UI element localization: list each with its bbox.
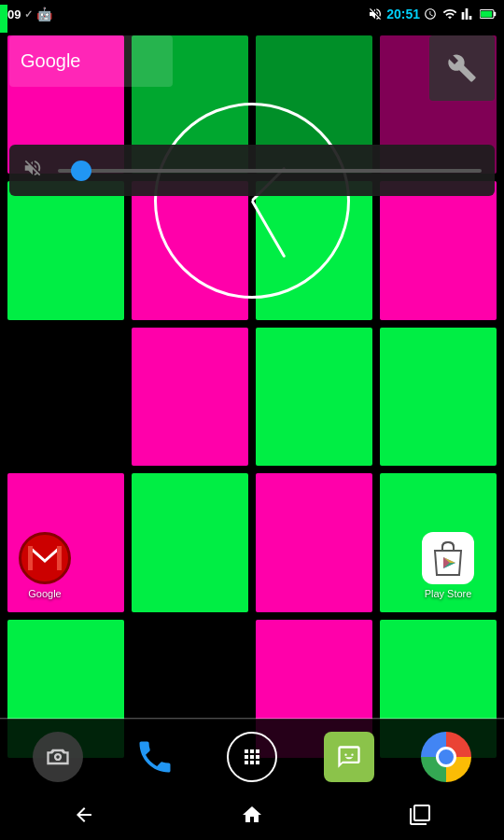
camera-icon [33,732,83,782]
playstore-icon [422,532,474,584]
wallpaper-cell [256,328,372,466]
chrome-dock-icon[interactable] [421,732,471,782]
playstore-app-icon[interactable]: Play Store [422,532,474,599]
clock-minute-hand [251,200,287,258]
messaging-svg [336,744,362,770]
playstore-logo [429,538,467,579]
google-icon [19,532,71,584]
dock [0,719,504,793]
bottom-nav-bar [0,793,504,840]
playstore-app-label: Play Store [425,588,472,599]
nav-recent-button[interactable] [390,796,450,837]
clock-face [154,103,350,299]
camera-dock-icon[interactable] [33,732,83,782]
chrome-inner-circle [436,747,456,767]
android-icon: 🤖 [36,7,52,21]
apps-grid-icon [227,732,277,782]
status-right: 20:51 [368,7,497,21]
alarm-icon [424,7,437,21]
gmail-logo [28,546,62,570]
google-logo: Google [21,50,81,72]
signal-icon [461,7,476,21]
apps-grid-svg [241,746,263,768]
svg-rect-4 [28,546,33,570]
chrome-icon [421,732,471,782]
volume-mute-icon [22,158,43,184]
wallpaper-cell [380,328,497,466]
nav-back-button[interactable] [54,796,114,837]
clock-widget [154,103,350,299]
google-search-bar[interactable]: Google [9,35,173,87]
mute-icon [368,7,383,21]
phone-dock-icon[interactable] [130,732,180,782]
svg-point-10 [344,753,346,755]
svg-rect-2 [494,12,496,17]
settings-button[interactable] [429,35,495,101]
wrench-icon [447,53,477,83]
phone-svg [134,736,175,777]
decorative-square [110,401,129,420]
volume-overlay[interactable] [9,145,495,196]
svg-point-11 [351,753,353,755]
status-time: 20:51 [386,7,420,21]
apps-grid-dock-icon[interactable] [227,732,277,782]
back-icon [73,804,95,826]
google-app-label: Google [28,588,61,599]
wifi-icon [442,7,457,21]
battery-icon [480,7,497,21]
wallpaper-cell [256,473,372,611]
home-icon [241,804,263,826]
wallpaper-cell [132,328,248,466]
status-check: ✓ [24,8,33,21]
status-left: 09 ✓ 🤖 [7,7,52,21]
wallpaper-cell [132,473,248,611]
google-app-icon[interactable]: Google [19,532,71,599]
status-bar: 09 ✓ 🤖 20:51 [0,0,504,28]
phone-icon [130,732,180,782]
nav-home-button[interactable] [222,796,282,837]
wallpaper-cell [380,181,497,319]
messaging-dock-icon[interactable] [324,732,374,782]
svg-rect-1 [481,11,492,18]
wallpaper-cell [7,181,124,319]
svg-rect-5 [57,546,62,570]
notif-dot [0,5,7,33]
recent-apps-icon [409,804,431,826]
messaging-icon [324,732,374,782]
volume-thumb[interactable] [71,161,91,181]
camera-svg [45,744,71,770]
wallpaper-cell [7,328,124,466]
volume-slider[interactable] [58,169,482,173]
status-notification: 09 [7,7,21,21]
